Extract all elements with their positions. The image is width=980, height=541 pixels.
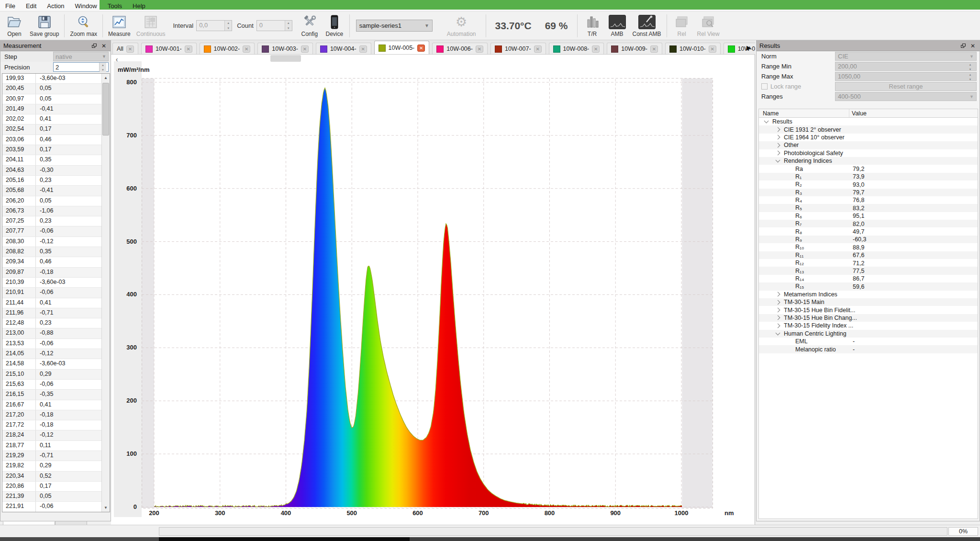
precision-spin-arrows[interactable]: ▲▼ (99, 63, 106, 71)
measurement-row[interactable]: 206,73-1,06 (2, 206, 102, 216)
precision-spinbox[interactable]: 2 ▲▼ (53, 62, 109, 72)
measurement-row[interactable]: 221,91-0,06 (2, 502, 102, 512)
measurement-row[interactable]: 204,110,35 (2, 155, 102, 165)
series-tab-all[interactable]: All✕ (112, 43, 138, 55)
tree-row[interactable]: TM-30-15 Fidelity Index ... (759, 322, 978, 329)
measurement-row[interactable]: 202,020,41 (2, 114, 102, 124)
chevron-collapsed-icon[interactable] (776, 151, 780, 156)
tree-row[interactable]: R₉-60,3 (759, 236, 978, 243)
tree-row[interactable]: R₁₁67,6 (759, 251, 978, 259)
wavelength-cell[interactable]: 213,53 (2, 339, 36, 349)
tree-row[interactable]: R₄76,8 (759, 196, 978, 204)
ranges-combo[interactable]: 400-500 ▼ (835, 92, 977, 101)
value-cell[interactable]: -0,06 (36, 380, 102, 389)
tab-close-button[interactable]: ✕ (709, 45, 716, 53)
tree-row[interactable]: Results (759, 118, 978, 125)
vertical-scrollbar[interactable]: ▲ ▼ (101, 74, 110, 512)
value-cell[interactable]: -0,06 (36, 288, 102, 297)
tab-close-button[interactable]: ✕ (126, 45, 134, 53)
value-cell[interactable]: 0,05 (36, 196, 102, 206)
chevron-expanded-icon[interactable] (776, 158, 780, 163)
wavelength-cell[interactable]: 205,16 (2, 176, 36, 185)
wavelength-cell[interactable]: 221,91 (2, 502, 36, 511)
chevron-collapsed-icon[interactable] (776, 308, 780, 313)
series-tab-10w003[interactable]: 10W-003-✕ (257, 43, 313, 55)
step-combo[interactable]: native ▼ (53, 52, 109, 61)
value-cell[interactable]: 0,29 (36, 461, 102, 471)
scroll-down-icon[interactable]: ▼ (102, 504, 110, 512)
wavelength-cell[interactable]: 202,02 (2, 114, 36, 124)
measurement-row[interactable]: 217,72-0,18 (2, 420, 102, 430)
measurement-row[interactable]: 209,340,46 (2, 257, 102, 267)
value-cell[interactable]: 0,41 (36, 400, 102, 410)
series-tab-10w010[interactable]: 10W-010-✕ (665, 43, 721, 55)
tab-close-button[interactable]: ✕ (359, 45, 367, 53)
sample-series-combo[interactable]: sample-series1 ▼ (356, 20, 433, 32)
wavelength-cell[interactable]: 209,34 (2, 257, 36, 267)
value-cell[interactable]: 0,05 (36, 84, 102, 93)
wavelength-cell[interactable]: 215,63 (2, 380, 36, 389)
count-spin-arrows[interactable]: ▲▼ (285, 21, 292, 31)
value-cell[interactable]: 0,17 (36, 482, 102, 491)
measurement-row[interactable]: 199,93-3,60e-03 (2, 74, 102, 84)
tree-row[interactable]: R₃79,7 (759, 189, 978, 196)
wavelength-cell[interactable]: 213,00 (2, 328, 36, 338)
wavelength-cell[interactable]: 214,05 (2, 349, 36, 359)
float-panel-button[interactable] (90, 42, 98, 50)
tab-close-button[interactable]: ✕ (534, 45, 542, 53)
wavelength-cell[interactable]: 209,87 (2, 268, 36, 277)
wavelength-cell[interactable]: 218,24 (2, 430, 36, 440)
value-cell[interactable]: 0,35 (36, 155, 102, 165)
menu-help[interactable]: Help (127, 1, 151, 11)
scrollbar-thumb[interactable] (102, 83, 109, 135)
measurement-row[interactable]: 208,30-0,12 (2, 237, 102, 247)
tree-row[interactable]: R₆95,1 (759, 212, 978, 220)
series-tab-10w001[interactable]: 10W-001-✕ (141, 43, 197, 55)
measurement-row[interactable]: 204,63-0,30 (2, 166, 102, 176)
tree-row[interactable]: R₂93,0 (759, 180, 978, 188)
wavelength-cell[interactable]: 217,72 (2, 420, 36, 430)
wavelength-cell[interactable]: 207,25 (2, 216, 36, 226)
measurement-row[interactable]: 214,58-3,60e-03 (2, 359, 102, 369)
spectrum-plot[interactable] (142, 78, 713, 508)
menu-window[interactable]: Window (70, 1, 102, 11)
value-cell[interactable]: 0,52 (36, 472, 102, 481)
measurement-row[interactable]: 211,96-0,71 (2, 308, 102, 318)
tab-scroll-right-icon[interactable]: ▶ (746, 44, 753, 52)
wavelength-cell[interactable]: 219,82 (2, 461, 36, 471)
value-cell[interactable]: 0,05 (36, 94, 102, 104)
scroll-up-icon[interactable]: ▲ (102, 74, 110, 82)
wavelength-cell[interactable]: 214,58 (2, 359, 36, 369)
measurement-row[interactable]: 215,63-0,06 (2, 380, 102, 390)
value-cell[interactable]: -0,88 (36, 328, 102, 338)
value-cell[interactable]: 0,05 (36, 492, 102, 501)
measurement-row[interactable]: 205,68-0,41 (2, 186, 102, 196)
zoom-max-button[interactable]: Zoom max (67, 12, 100, 39)
value-cell[interactable]: 0,17 (36, 145, 102, 155)
measurement-row[interactable]: 200,970,05 (2, 94, 102, 104)
wavelength-cell[interactable]: 204,63 (2, 166, 36, 175)
wavelength-cell[interactable]: 201,49 (2, 104, 36, 114)
measurement-row[interactable]: 210,91-0,06 (2, 288, 102, 298)
tr-button[interactable]: T/R (580, 12, 605, 39)
chevron-collapsed-icon[interactable] (776, 292, 780, 297)
measurement-row[interactable]: 208,820,35 (2, 247, 102, 257)
tree-row[interactable]: CIE 1931 2° observer (759, 125, 978, 133)
value-cell[interactable]: 0,41 (36, 114, 102, 124)
measurement-row[interactable]: 209,87-0,18 (2, 268, 102, 278)
measurement-row[interactable]: 220,860,17 (2, 482, 102, 492)
measurement-row[interactable]: 219,820,29 (2, 461, 102, 471)
value-cell[interactable]: -0,35 (36, 390, 102, 399)
measurement-row[interactable]: 207,77-0,06 (2, 226, 102, 237)
series-tab-10w004[interactable]: 10W-004-✕ (316, 43, 371, 55)
measurement-row[interactable]: 218,770,11 (2, 441, 102, 451)
tree-row[interactable]: R₁₂71,2 (759, 259, 978, 267)
wavelength-cell[interactable]: 208,82 (2, 247, 36, 257)
const-amb-button[interactable]: Const AMB (630, 12, 664, 39)
measurement-row[interactable]: 216,670,41 (2, 400, 102, 410)
interval-spin-arrows[interactable]: ▲▼ (224, 21, 232, 31)
config-button[interactable]: Config (297, 12, 322, 39)
value-cell[interactable]: -0,12 (36, 430, 102, 440)
tree-row[interactable]: R₁73,9 (759, 173, 978, 180)
chevron-collapsed-icon[interactable] (776, 300, 780, 304)
